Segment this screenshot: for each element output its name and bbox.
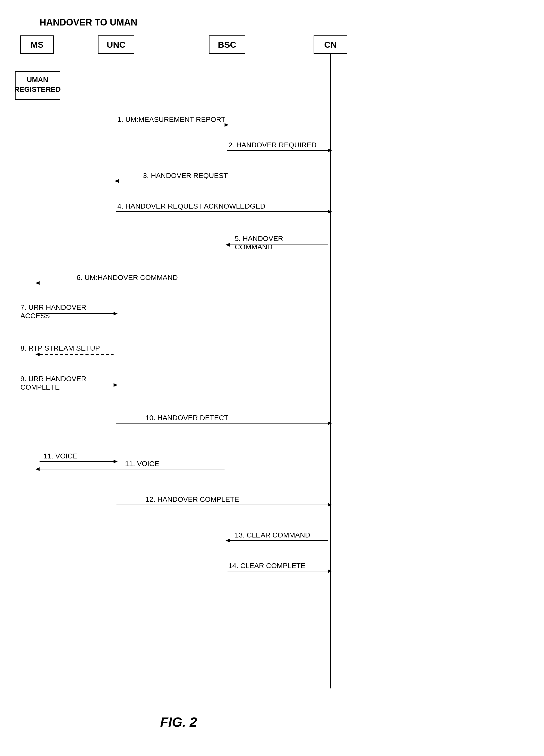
arrowhead-step13 [225,539,230,542]
lifeline-cn-label: CN [324,40,337,49]
arrowhead-step11a [113,460,118,463]
fig-label: FIG. 2 [160,715,197,729]
arrowhead-step9 [113,383,118,387]
arrowhead-step12 [328,503,332,507]
diagram-title: HANDOVER TO UMAN [40,17,137,28]
label-step3: 3. HANDOVER REQUEST [143,172,228,180]
arrowhead-step6 [35,281,40,285]
arrowhead-step14 [328,569,332,573]
label-step5-line2: COMMAND [235,243,273,251]
label-step11a: 11. VOICE [43,452,78,460]
label-step6: 6. UM:HANDOVER COMMAND [77,274,178,281]
label-step7-line1: 7. URR HANDOVER [20,303,86,311]
label-step11b: 11. VOICE [125,460,159,468]
arrowhead-step1 [224,123,228,127]
label-step14: 14. CLEAR COMPLETE [228,562,306,570]
arrowhead-step10 [328,421,332,425]
label-step5-line1: 5. HANDOVER [235,235,283,242]
arrowhead-step7 [113,312,118,315]
label-step9-line2: COMPLETE [20,383,60,391]
arrowhead-step8 [35,353,40,356]
label-step2: 2. HANDOVER REQUIRED [228,141,317,149]
label-step12: 12. HANDOVER COMPLETE [145,495,239,503]
label-step10: 10. HANDOVER DETECT [145,414,228,422]
diagram-container: HANDOVER TO UMAN MS UNC BSC CN UMAN REGI… [0,0,544,756]
arrowhead-step5 [225,243,230,247]
lifeline-ms-label: MS [31,40,44,49]
arrowhead-step3 [114,179,119,183]
lifeline-unc-label: UNC [107,40,125,49]
label-step1: 1. UM:MEASUREMENT REPORT [117,116,225,123]
label-step13: 13. CLEAR COMMAND [235,531,310,539]
label-step8: 8. RTP STREAM SETUP [20,344,100,352]
arrowhead-step11b [35,467,40,471]
svg-text:REGISTERED: REGISTERED [14,85,61,93]
arrowhead-step4 [328,210,332,213]
label-step9-line1: 9. URR HANDOVER [20,375,86,383]
label-step4: 4. HANDOVER REQUEST ACKNOWLEDGED [117,202,265,210]
label-step7-line2: ACCESS [20,312,50,320]
arrowhead-step2 [328,149,332,152]
svg-text:UMAN: UMAN [27,76,48,84]
lifeline-bsc-label: BSC [218,40,236,49]
